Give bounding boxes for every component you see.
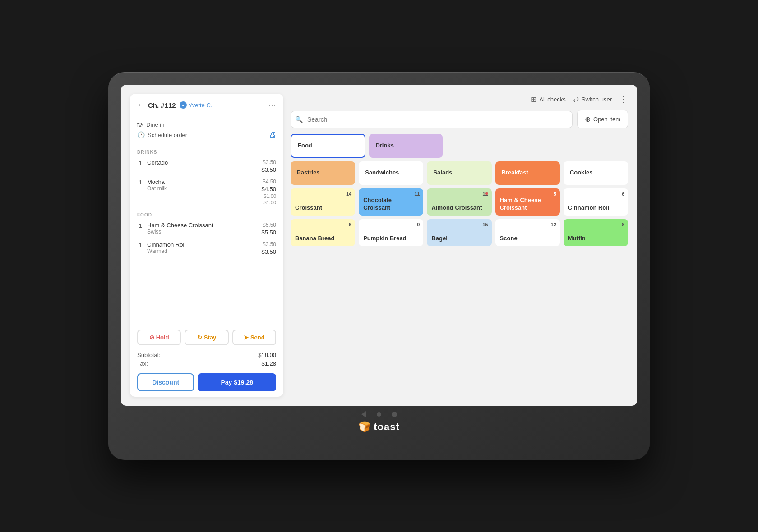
item-bagel[interactable]: 15 Bagel <box>427 219 491 246</box>
item-modifier: Warmed <box>147 248 258 254</box>
order-panel: ← Ch. #112 ● Yvette C. ⋯ 🍽 Dine in <box>130 94 283 397</box>
item-total-price: $3.50 <box>261 248 276 255</box>
menu-grid: Food Drinks Pastries <box>291 134 628 397</box>
send-button[interactable]: ➤ Send <box>232 330 276 345</box>
item-total-price: $4.50 <box>261 186 276 193</box>
item-muffin[interactable]: 8 Muffin <box>564 219 628 246</box>
item-cinnamon-roll[interactable]: 6 Cinnamon Roll <box>564 188 628 216</box>
category-row-2: Pastries Sandwiches Salads Breakfast <box>291 161 628 185</box>
pay-button[interactable]: Pay $19.28 <box>198 373 276 391</box>
count-label: 11 <box>414 191 420 197</box>
search-icon: 🔍 <box>295 116 303 123</box>
category-cookies[interactable]: Cookies <box>564 161 628 185</box>
item-unit-price: $5.50 <box>263 222 276 228</box>
device-bottom: 🍞 toast <box>311 406 447 460</box>
items-row-1: 14 Croissant 11 Chocolate Croissant 12 A… <box>291 188 628 216</box>
payment-buttons: Discount Pay $19.28 <box>137 373 276 391</box>
item-modifier: Oat milk <box>147 185 258 192</box>
toast-logo: 🍞 toast <box>358 421 400 433</box>
discount-button[interactable]: Discount <box>137 373 194 391</box>
pastries-label: Pastries <box>297 169 320 177</box>
check-number: Ch. #112 <box>148 101 176 109</box>
action-buttons: ⊘ Hold ↻ Stay ➤ Send <box>137 330 276 345</box>
item-total-price: $3.50 <box>261 166 276 173</box>
item-label: Almond Croissant <box>431 204 482 212</box>
item-unit-price: $3.50 <box>263 159 276 165</box>
item-unit-price: $4.50 <box>263 179 276 185</box>
item-total-price: $5.50 <box>261 229 276 236</box>
item-chocolate-croissant[interactable]: 11 Chocolate Croissant <box>359 188 423 216</box>
item-name: Ham & Cheese Croissant <box>147 222 258 229</box>
order-item-ham-croissant[interactable]: 1 Ham & Cheese Croissant Swiss $5.50 $5.… <box>130 219 283 238</box>
hold-button[interactable]: ⊘ Hold <box>137 330 181 345</box>
search-input[interactable] <box>291 111 573 128</box>
item-scone[interactable]: 12 Scone <box>495 219 560 246</box>
count-label: 8 <box>622 222 624 227</box>
item-ham-cheese-croissant[interactable]: 5 Ham & Cheese Croissant <box>495 188 560 216</box>
count-label: 12 <box>551 222 556 227</box>
category-breakfast[interactable]: Breakfast <box>495 161 560 185</box>
order-header: ← Ch. #112 ● Yvette C. ⋯ <box>130 94 283 115</box>
order-item-cinnamon-roll[interactable]: 1 Cinnamon Roll Warmed $3.50 $3.50 <box>130 238 283 258</box>
items-row-2: 6 Banana Bread 0 Pumpkin Bread 15 Bagel <box>291 219 628 246</box>
dine-in-label: Dine in <box>146 121 164 128</box>
item-label: Banana Bread <box>295 235 334 243</box>
recents-nav-btn[interactable] <box>392 412 397 417</box>
category-row-1: Food Drinks <box>291 134 628 158</box>
item-pumpkin-bread[interactable]: 0 Pumpkin Bread <box>359 219 423 246</box>
item-qty: 1 <box>137 159 143 166</box>
category-salads[interactable]: Salads <box>427 161 491 185</box>
item-modifier-total: $1.00 <box>263 200 276 205</box>
device: ← Ch. #112 ● Yvette C. ⋯ 🍽 Dine in <box>108 72 650 460</box>
drinks-section-label: DRINKS <box>130 145 283 156</box>
item-label: Scone <box>500 235 518 243</box>
home-nav-btn[interactable] <box>377 412 381 417</box>
category-sandwiches[interactable]: Sandwiches <box>359 161 423 185</box>
item-banana-bread[interactable]: 6 Banana Bread <box>291 219 355 246</box>
open-item-button[interactable]: ⊕ Open item <box>577 110 628 128</box>
stay-icon: ↻ <box>197 334 202 341</box>
count-label: 6 <box>349 222 351 227</box>
item-name: Cortado <box>147 159 258 166</box>
count-label: 0 <box>417 222 420 227</box>
user-name: Yvette C. <box>189 102 213 109</box>
order-item-cortado[interactable]: 1 Cortado $3.50 $3.50 <box>130 156 283 176</box>
cookies-label: Cookies <box>570 169 593 177</box>
header-actions: ⊞ All checks ⇄ Switch user ⋮ <box>531 94 628 105</box>
order-totals: Subtotal: $18.00 Tax: $1.28 <box>137 351 276 368</box>
hold-icon: ⊘ <box>149 334 154 341</box>
checks-icon: ⊞ <box>531 95 536 104</box>
tax-value: $1.28 <box>261 360 276 367</box>
item-qty: 1 <box>137 179 143 186</box>
category-drinks[interactable]: Drinks <box>369 134 442 158</box>
count-label: 5 <box>554 191 556 197</box>
item-label: Muffin <box>568 235 586 243</box>
drinks-label: Drinks <box>375 142 393 150</box>
toast-icon: 🍞 <box>358 421 371 433</box>
back-nav-btn[interactable] <box>361 411 366 417</box>
category-pastries[interactable]: Pastries <box>291 161 355 185</box>
item-label: Cinnamon Roll <box>568 204 610 212</box>
switch-icon: ⇄ <box>573 95 579 104</box>
item-croissant[interactable]: 14 Croissant <box>291 188 355 216</box>
more-options-btn[interactable]: ⋯ <box>268 100 276 110</box>
tax-label: Tax: <box>137 360 148 367</box>
salads-label: Salads <box>433 169 452 177</box>
item-modifier-price: $1.00 <box>263 193 276 199</box>
device-frame: ← Ch. #112 ● Yvette C. ⋯ 🍽 Dine in <box>108 72 650 460</box>
category-food[interactable]: Food <box>291 134 365 158</box>
menu-more-icon[interactable]: ⋮ <box>619 94 628 105</box>
menu-header: ⊞ All checks ⇄ Switch user ⋮ <box>291 94 628 105</box>
item-almond-croissant[interactable]: 12 Almond Croissant <box>427 188 491 216</box>
count-label: 15 <box>482 222 488 227</box>
order-item-mocha[interactable]: 1 Mocha Oat milk $4.50 $4.50 $1.00 $1.00 <box>130 176 283 208</box>
item-name: Cinnamon Roll <box>147 241 258 248</box>
back-arrow-icon[interactable]: ← <box>137 101 144 109</box>
stay-button[interactable]: ↻ Stay <box>185 330 228 345</box>
item-name: Mocha <box>147 179 258 185</box>
switch-user-button[interactable]: ⇄ Switch user <box>573 95 612 104</box>
order-items-list: DRINKS 1 Cortado $3.50 $3.50 <box>130 145 283 324</box>
print-btn[interactable]: 🖨 <box>269 131 276 139</box>
all-checks-button[interactable]: ⊞ All checks <box>531 95 566 104</box>
item-label: Pumpkin Bread <box>363 235 406 243</box>
